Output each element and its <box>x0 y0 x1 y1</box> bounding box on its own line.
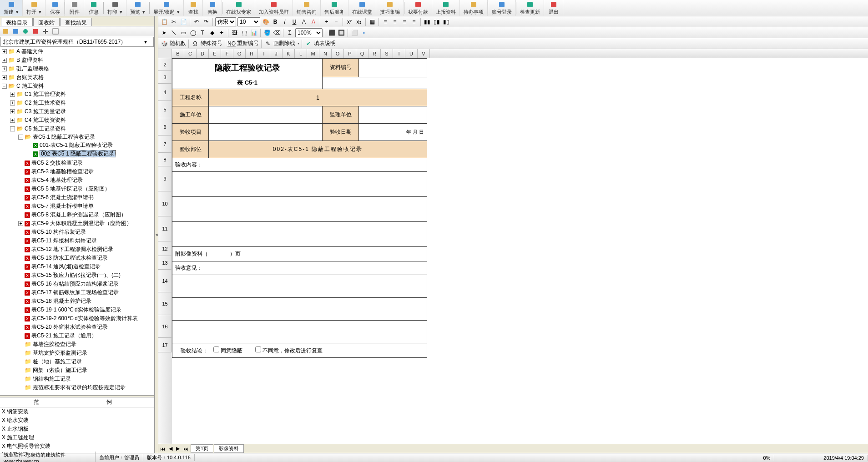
tree-btn-5[interactable] <box>42 28 49 35</box>
col-header[interactable]: J <box>270 49 283 58</box>
toolbar-销售咨询[interactable]: 销售咨询 <box>293 0 321 16</box>
col-header[interactable]: M <box>307 49 319 58</box>
tree-node-c5[interactable]: C5 施工记录资料 <box>25 126 66 132</box>
toolbar-加入资料员群[interactable]: 加入资料员群 <box>255 0 293 16</box>
col-header[interactable]: O <box>332 49 344 58</box>
directory-tree[interactable]: +📁A 基建文件 +📁B 监理资料 +📁驻厂监理表格 +📁台账类表格 −📂C 施… <box>0 47 154 393</box>
tree-node-c5-3[interactable]: 表C5-3 地基验槽检查记录 <box>31 168 94 175</box>
tree-node-c5-19-2[interactable]: 表C5-19-2 600℃·d实体检验等效龄期计算表 <box>31 315 138 321</box>
toolbar-退出[interactable]: 退出 <box>544 0 563 16</box>
toolbar-保存[interactable]: 保存 <box>45 0 65 16</box>
left-tab-2[interactable]: 查找结果 <box>60 18 92 26</box>
rect-icon[interactable]: ▭ <box>179 29 187 37</box>
redo-icon[interactable]: ↷ <box>202 18 210 26</box>
tree-node-c5-12[interactable]: 表C5-12 地下工程渗漏水检测记录 <box>31 246 113 252</box>
toolbar-上报资料[interactable]: 上报资料 <box>432 0 460 16</box>
bold-icon[interactable]: B <box>271 18 279 26</box>
accept-part-cell[interactable]: 002-表C5-1 隐蔽工程验收记录 <box>209 141 427 158</box>
tree-btn-6[interactable] <box>52 28 59 35</box>
tool-a-icon[interactable]: ⬛ <box>328 29 336 37</box>
row-header[interactable]: 6 <box>158 118 172 136</box>
border-icon[interactable]: ▦ <box>368 18 376 26</box>
shape2-icon[interactable]: ✦ <box>217 29 226 37</box>
row-header[interactable]: 7 <box>158 136 172 153</box>
fill-icon[interactable]: 🪣 <box>263 29 271 37</box>
tree-node-wj[interactable]: 网架（索膜）施工记录 <box>33 367 87 373</box>
toolbar-待办事项[interactable]: 待办事项 <box>460 0 488 16</box>
row-header[interactable]: 4 <box>158 84 172 101</box>
col-header[interactable]: K <box>283 49 295 58</box>
align-left-icon[interactable]: ≡ <box>381 18 389 26</box>
tree-node-c5-4[interactable]: 表C5-4 地基处理记录 <box>31 177 83 183</box>
col-header[interactable]: F <box>221 49 233 58</box>
random-label[interactable]: 随机数 <box>170 40 186 47</box>
col-header[interactable]: E <box>209 49 221 58</box>
agree-checkbox[interactable] <box>213 346 219 352</box>
tree-node-c5-19-1[interactable]: 表C5-19-1 600℃·d实体检验温度记录 <box>31 306 121 313</box>
tool-c-icon[interactable]: ⬜ <box>350 29 358 37</box>
left-tab-0[interactable]: 表格目录 <box>1 18 33 26</box>
col-header[interactable]: P <box>344 49 356 58</box>
tree-node-zg[interactable]: 驻厂监理表格 <box>16 65 49 72</box>
doc-no-cell[interactable] <box>359 59 427 77</box>
tree-btn-4[interactable] <box>32 28 39 35</box>
sheet-area[interactable]: 234567891011121314151617 隐蔽工程验收记录 资料编号 表… <box>158 58 868 444</box>
col-header[interactable]: G <box>233 49 246 58</box>
tree-btn-2[interactable] <box>12 28 19 35</box>
tree-node-c5-14[interactable]: 表C5-14 通风(烟)道检查记录 <box>31 263 101 270</box>
color-a-icon[interactable]: A <box>309 18 318 26</box>
col-header[interactable]: L <box>295 49 307 58</box>
barcode2-icon[interactable]: ▯▮ <box>433 18 441 26</box>
opinion-cell[interactable] <box>172 275 427 298</box>
obj-icon[interactable]: ⬚ <box>240 29 248 37</box>
col-header[interactable]: D <box>197 49 209 58</box>
tree-node-b[interactable]: B 监理资料 <box>16 57 43 63</box>
col-header[interactable]: V <box>418 49 430 58</box>
delline-label[interactable]: 画删除线 <box>273 40 295 47</box>
content-cell-3[interactable] <box>172 222 427 247</box>
tree-node-gf[interactable]: 规范标准要求有记录的均应按规定记录 <box>33 384 126 391</box>
sheet-nav-prev-icon[interactable]: ◀ <box>167 446 174 452</box>
row-header[interactable]: 14 <box>158 270 172 292</box>
eraser-icon[interactable]: ⌫ <box>273 29 281 37</box>
tree-node-c5-16[interactable]: 表C5-16 有粘结预应力结构灌浆记录 <box>31 281 119 287</box>
sub-icon[interactable]: x₂ <box>355 18 363 26</box>
fillinst-label[interactable]: 填表说明 <box>314 40 336 47</box>
row-header[interactable]: 9 <box>158 166 172 191</box>
tree-node-c5-15[interactable]: 表C5-15 预应力筋张拉记录(一)、(二) <box>31 272 121 278</box>
align-center-icon[interactable]: ≡ <box>391 18 399 26</box>
barcode1-icon[interactable]: ▮▮ <box>423 18 431 26</box>
plus-icon[interactable]: + <box>323 18 331 26</box>
row-header[interactable]: 8 <box>158 153 172 166</box>
zoom-select[interactable]: 100% <box>295 28 323 37</box>
tree-leaf-002[interactable]: 002-表C5-1 隐蔽工程验收记录 <box>40 150 116 157</box>
tree-node-c[interactable]: C 施工资料 <box>16 83 44 89</box>
row-header[interactable]: 16 <box>158 315 172 338</box>
tree-node-c5-11[interactable]: 表C5-11 焊接材料烘焙记录 <box>31 237 97 244</box>
toolbar-售后服务[interactable]: 售后服务 <box>321 0 348 16</box>
attach-row[interactable]: 附影像资料（ ）页 <box>172 247 427 261</box>
shape1-icon[interactable]: ◆ <box>208 29 216 37</box>
text-icon[interactable]: T <box>198 29 207 37</box>
align-justify-icon[interactable]: ≡ <box>410 18 418 26</box>
row-header[interactable]: 3 <box>158 71 172 84</box>
toolbar-预览[interactable]: 预览 ▾ <box>126 0 149 16</box>
delline-icon[interactable]: ✎ <box>264 40 272 48</box>
toolbar-信息[interactable]: 信息 <box>84 0 103 16</box>
opinion-cell-2[interactable] <box>172 298 427 321</box>
tree-node-c5-6[interactable]: 表C5-6 混凝土浇灌申请书 <box>31 194 94 201</box>
example-item[interactable]: X 施工缝处理 <box>0 433 154 442</box>
tree-node-c5-21[interactable]: 表C5-21 施工记录（通用） <box>31 332 97 339</box>
col-header[interactable]: C <box>184 49 197 58</box>
example-item[interactable]: X 钢筋安装 <box>0 407 154 416</box>
accept-date-cell[interactable]: 年 月 日 <box>359 124 427 141</box>
col-header[interactable]: N <box>319 49 332 58</box>
tree-node-c5-20[interactable]: 表C5-20 外窗淋水试验检查记录 <box>31 324 108 330</box>
minus-icon[interactable]: − <box>332 18 340 26</box>
super-unit-cell[interactable] <box>359 106 427 124</box>
font-color-icon[interactable]: 🎨 <box>262 18 270 26</box>
toolbar-查找[interactable]: 查找 <box>184 0 203 16</box>
col-header[interactable]: Q <box>356 49 368 58</box>
toolbar-在线找专家[interactable]: 在线找专家 <box>222 0 255 16</box>
row-header[interactable]: 15 <box>158 292 172 315</box>
